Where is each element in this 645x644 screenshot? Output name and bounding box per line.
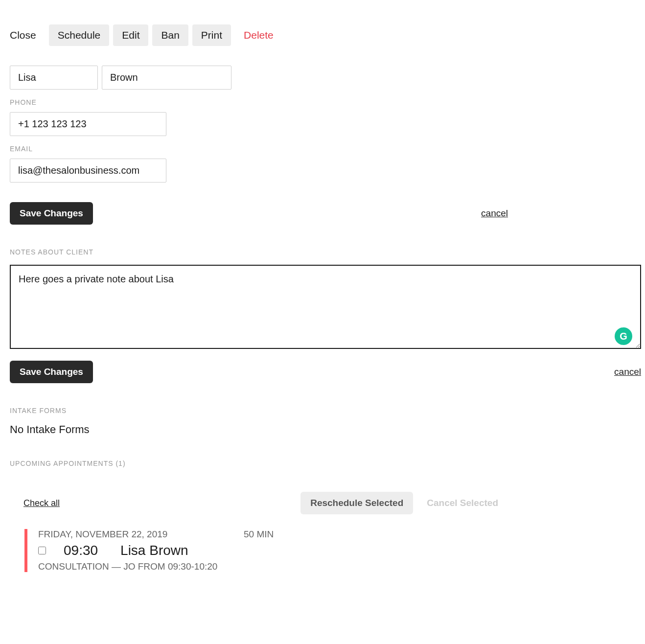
toolbar: Close Schedule Edit Ban Print Delete xyxy=(10,10,635,46)
cancel-link-2[interactable]: cancel xyxy=(614,367,641,377)
first-name-input[interactable] xyxy=(10,66,98,90)
last-name-input[interactable] xyxy=(102,66,231,90)
name-row xyxy=(10,66,635,90)
appointment-block: FRIDAY, NOVEMBER 22, 2019 50 MIN 09:30 L… xyxy=(10,529,635,572)
email-input[interactable] xyxy=(10,159,166,183)
email-label: EMAIL xyxy=(10,145,635,153)
appointment-client-name: Lisa Brown xyxy=(120,543,188,558)
ban-button[interactable]: Ban xyxy=(152,24,188,46)
save-changes-button-2[interactable]: Save Changes xyxy=(10,361,93,383)
notes-label: NOTES ABOUT CLIENT xyxy=(10,248,635,256)
notes-wrapper: G xyxy=(10,265,641,351)
appointment-date: FRIDAY, NOVEMBER 22, 2019 xyxy=(38,529,224,540)
cancel-link-1[interactable]: cancel xyxy=(481,208,508,219)
print-button[interactable]: Print xyxy=(192,24,231,46)
save-row-1: Save Changes cancel xyxy=(10,202,635,225)
no-intake-text: No Intake Forms xyxy=(10,423,635,436)
appointment-detail: CONSULTATION — JO FROM 09:30-10:20 xyxy=(38,561,635,572)
bulk-buttons: Reschedule Selected Cancel Selected xyxy=(300,492,508,514)
check-row: Check all Reschedule Selected Cancel Sel… xyxy=(10,492,635,514)
schedule-button[interactable]: Schedule xyxy=(49,24,110,46)
close-button[interactable]: Close xyxy=(10,24,45,46)
delete-button[interactable]: Delete xyxy=(235,24,282,46)
intake-label: INTAKE FORMS xyxy=(10,407,635,414)
phone-input[interactable] xyxy=(10,112,166,136)
phone-label: PHONE xyxy=(10,98,635,106)
grammarly-icon[interactable]: G xyxy=(615,327,632,345)
save-changes-button-1[interactable]: Save Changes xyxy=(10,202,93,225)
save-row-2: Save Changes cancel xyxy=(10,361,641,383)
edit-button[interactable]: Edit xyxy=(113,24,148,46)
cancel-selected-button[interactable]: Cancel Selected xyxy=(417,492,508,514)
appointment-duration: 50 MIN xyxy=(244,529,274,540)
appointment-time: 09:30 xyxy=(64,543,98,558)
appointment-header: FRIDAY, NOVEMBER 22, 2019 50 MIN xyxy=(38,529,635,540)
upcoming-label: UPCOMING APPOINTMENTS (1) xyxy=(10,460,635,467)
appointment-content: FRIDAY, NOVEMBER 22, 2019 50 MIN 09:30 L… xyxy=(38,529,635,572)
appointment-color-bar xyxy=(24,529,27,572)
notes-textarea[interactable] xyxy=(10,265,641,349)
reschedule-button[interactable]: Reschedule Selected xyxy=(300,492,413,514)
check-all-link[interactable]: Check all xyxy=(23,498,60,508)
appointment-main-row: 09:30 Lisa Brown xyxy=(38,543,635,558)
appointment-checkbox[interactable] xyxy=(38,547,46,554)
